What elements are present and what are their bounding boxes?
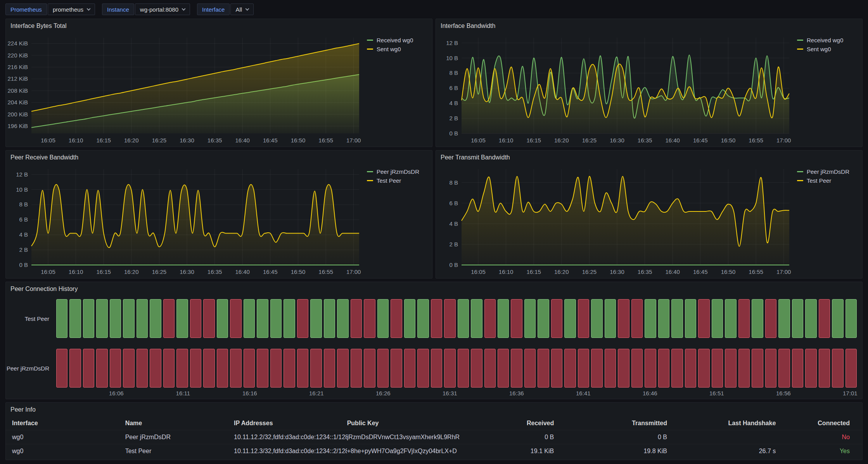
variable-dropdown-instance[interactable]: wg-portal:8080 — [135, 3, 190, 15]
state-bar-connected[interactable] — [658, 299, 669, 338]
column-header-connected[interactable]: Connected — [782, 420, 856, 427]
state-bar-disconnected[interactable] — [551, 349, 562, 388]
state-bar-disconnected[interactable] — [458, 349, 469, 388]
state-bar-connected[interactable] — [337, 299, 348, 338]
state-bar-disconnected[interactable] — [819, 349, 830, 388]
state-bar-disconnected[interactable] — [712, 349, 723, 388]
state-bar-connected[interactable] — [805, 299, 816, 338]
state-bar-disconnected[interactable] — [150, 349, 161, 388]
state-bar-connected[interactable] — [270, 299, 282, 338]
panel-title[interactable]: Peer Info — [6, 403, 862, 417]
state-bar-disconnected[interactable] — [671, 349, 683, 388]
state-bar-connected[interactable] — [110, 299, 121, 338]
state-bar-disconnected[interactable] — [752, 349, 763, 388]
state-bar-disconnected[interactable] — [270, 349, 282, 388]
state-bar-disconnected[interactable] — [846, 349, 857, 388]
chart-canvas[interactable]: 0 B2 B4 B6 B8 B10 B12 B16:0516:1016:1516… — [437, 33, 794, 145]
state-bar-connected[interactable] — [123, 299, 134, 338]
state-bar-disconnected[interactable] — [444, 299, 455, 338]
state-bar-connected[interactable] — [284, 299, 295, 338]
state-bar-disconnected[interactable] — [96, 349, 107, 388]
state-bar-disconnected[interactable] — [431, 349, 442, 388]
state-bar-disconnected[interactable] — [444, 349, 455, 388]
state-bar-disconnected[interactable] — [417, 349, 429, 388]
legend-item[interactable]: Test Peer — [367, 177, 428, 184]
state-bar-connected[interactable] — [217, 299, 228, 338]
state-bar-disconnected[interactable] — [564, 349, 576, 388]
state-bar-connected[interactable] — [671, 299, 683, 338]
variable-label-interface[interactable]: Interface — [197, 3, 230, 15]
state-bar-disconnected[interactable] — [364, 299, 375, 338]
panel-title[interactable]: Peer Connection History — [6, 282, 862, 296]
state-bar-disconnected[interactable] — [805, 349, 816, 388]
state-bar-connected[interactable] — [605, 299, 616, 338]
column-header-ip_addresses[interactable]: IP Addresses — [234, 420, 347, 427]
state-bar-disconnected[interactable] — [511, 299, 522, 338]
state-bar-disconnected[interactable] — [431, 299, 442, 338]
chart-canvas[interactable]: 0 B2 B4 B6 B8 B10 B12 B16:0516:1016:1516… — [7, 164, 364, 277]
state-bar-connected[interactable] — [83, 299, 94, 338]
column-header-public_key[interactable]: Public Key — [347, 420, 465, 427]
state-bar-disconnected[interactable] — [337, 349, 348, 388]
state-bar-connected[interactable] — [471, 299, 482, 338]
state-bar-disconnected[interactable] — [738, 349, 750, 388]
state-bar-disconnected[interactable] — [324, 349, 335, 388]
state-bar-disconnected[interactable] — [645, 349, 656, 388]
state-bar-disconnected[interactable] — [310, 349, 322, 388]
panel-title[interactable]: Peer Receive Bandwidth — [6, 151, 432, 164]
state-bar-connected[interactable] — [377, 299, 389, 338]
state-bar-disconnected[interactable] — [551, 299, 562, 338]
legend-item[interactable]: Peer jRzmDsDR — [797, 168, 858, 175]
state-bar-disconnected[interactable] — [297, 299, 308, 338]
legend-item[interactable]: Received wg0 — [367, 37, 428, 43]
state-bar-connected[interactable] — [257, 299, 268, 338]
state-bar-connected[interactable] — [417, 299, 429, 338]
state-bar-disconnected[interactable] — [524, 349, 536, 388]
state-bar-disconnected[interactable] — [69, 349, 81, 388]
state-bar-disconnected[interactable] — [404, 349, 415, 388]
panel-title[interactable]: Peer Transmit Bandwidth — [436, 151, 862, 164]
state-bar-connected[interactable] — [404, 299, 415, 338]
state-bar-disconnected[interactable] — [484, 299, 496, 338]
legend-item[interactable]: Sent wg0 — [367, 46, 428, 52]
state-bar-connected[interactable] — [564, 299, 576, 338]
state-bar-disconnected[interactable] — [471, 349, 482, 388]
state-bar-disconnected[interactable] — [351, 349, 362, 388]
state-bar-disconnected[interactable] — [284, 349, 295, 388]
variable-dropdown-prometheus[interactable]: prometheus — [48, 3, 95, 15]
state-bar-disconnected[interactable] — [511, 349, 522, 388]
column-header-transmitted[interactable]: Transmitted — [560, 420, 673, 427]
state-bar-connected[interactable] — [458, 299, 469, 338]
column-header-received[interactable]: Received — [465, 420, 560, 427]
state-bar-disconnected[interactable] — [778, 349, 790, 388]
state-bar-disconnected[interactable] — [792, 349, 803, 388]
state-bar-disconnected[interactable] — [230, 349, 241, 388]
state-bar-disconnected[interactable] — [631, 299, 643, 338]
legend-item[interactable]: Received wg0 — [797, 37, 858, 43]
state-bar-disconnected[interactable] — [618, 299, 629, 338]
state-bar-connected[interactable] — [538, 299, 549, 338]
state-bar-disconnected[interactable] — [698, 299, 709, 338]
state-bar-disconnected[interactable] — [391, 299, 402, 338]
state-bar-connected[interactable] — [645, 299, 656, 338]
state-bar-disconnected[interactable] — [738, 299, 750, 338]
legend-item[interactable]: Test Peer — [797, 177, 858, 184]
state-bar-disconnected[interactable] — [685, 349, 696, 388]
state-bar-connected[interactable] — [712, 299, 723, 338]
state-bar-connected[interactable] — [244, 299, 255, 338]
state-bar-disconnected[interactable] — [230, 299, 241, 338]
state-bar-disconnected[interactable] — [391, 349, 402, 388]
state-bar-disconnected[interactable] — [498, 349, 509, 388]
state-bar-disconnected[interactable] — [765, 299, 776, 338]
state-bar-disconnected[interactable] — [163, 299, 175, 338]
state-bar-disconnected[interactable] — [578, 299, 589, 338]
state-bar-connected[interactable] — [685, 299, 696, 338]
state-bar-disconnected[interactable] — [765, 349, 776, 388]
state-bar-connected[interactable] — [56, 299, 67, 338]
state-bar-disconnected[interactable] — [190, 349, 201, 388]
state-bar-connected[interactable] — [96, 299, 107, 338]
state-bar-disconnected[interactable] — [123, 349, 134, 388]
state-bar-disconnected[interactable] — [176, 349, 188, 388]
state-bar-disconnected[interactable] — [631, 349, 643, 388]
state-bar-disconnected[interactable] — [351, 299, 362, 338]
